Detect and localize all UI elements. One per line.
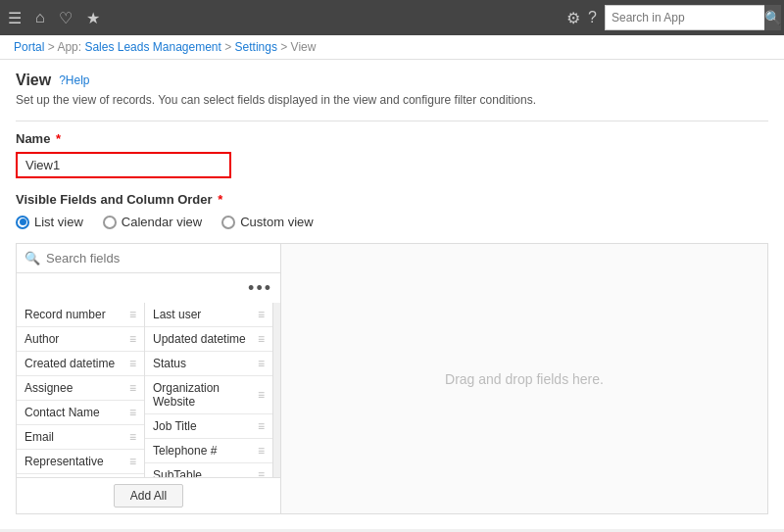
radio-calendar-view-label: Calendar view bbox=[122, 215, 202, 229]
topbar-left-icons: ☰ ⌂ ♡ ★ bbox=[8, 9, 566, 27]
menu-icon[interactable]: ☰ bbox=[8, 9, 22, 27]
list-item[interactable]: Created datetime≡ bbox=[17, 352, 144, 376]
app-search-button[interactable]: 🔍 bbox=[764, 5, 781, 30]
radio-list-view-circle bbox=[16, 216, 29, 229]
star-icon[interactable]: ★ bbox=[86, 9, 100, 27]
topbar: ☰ ⌂ ♡ ★ ⚙ ? 🔍 bbox=[0, 0, 784, 35]
radio-custom-view-circle bbox=[221, 216, 235, 229]
breadcrumb-view: View bbox=[291, 40, 317, 54]
drop-zone-text: Drag and drop fields here. bbox=[445, 371, 604, 387]
breadcrumb-settings[interactable]: Settings bbox=[235, 40, 277, 54]
help-link[interactable]: ?Help bbox=[59, 73, 89, 87]
fields-col-right: Last user≡Updated datetime≡Status≡Organi… bbox=[145, 303, 272, 477]
more-options-button[interactable]: ••• bbox=[248, 279, 272, 297]
radio-calendar-view-circle bbox=[103, 216, 117, 229]
fields-panel: 🔍 ••• Record number≡Author≡Created datet… bbox=[16, 243, 768, 514]
divider-1 bbox=[16, 121, 768, 121]
drop-zone[interactable]: Drag and drop fields here. bbox=[281, 244, 767, 513]
fields-scroll: Record number≡Author≡Created datetime≡As… bbox=[17, 303, 280, 477]
radio-list-view-label: List view bbox=[34, 215, 83, 229]
bell-icon[interactable]: ♡ bbox=[59, 9, 73, 27]
add-all-row: Add All bbox=[17, 477, 280, 513]
visible-fields-label: Visible Fields and Column Order * bbox=[16, 192, 768, 207]
radio-custom-view-label: Custom view bbox=[240, 215, 313, 229]
main-content: View ?Help Set up the view of records. Y… bbox=[0, 60, 784, 529]
add-all-button[interactable]: Add All bbox=[114, 484, 183, 508]
scrollbar[interactable] bbox=[272, 303, 280, 477]
fields-col-left: Record number≡Author≡Created datetime≡As… bbox=[17, 303, 144, 477]
list-item[interactable]: Author≡ bbox=[17, 327, 144, 352]
list-item[interactable]: Status≡ bbox=[145, 352, 272, 376]
name-input[interactable] bbox=[16, 152, 231, 178]
fields-list-panel: 🔍 ••• Record number≡Author≡Created datet… bbox=[17, 244, 281, 513]
search-fields-input[interactable] bbox=[46, 251, 272, 266]
list-item[interactable]: Organization Website≡ bbox=[145, 376, 272, 414]
breadcrumb-sep2: > bbox=[224, 40, 234, 54]
breadcrumb-app-label: App: bbox=[57, 40, 81, 54]
search-fields-icon: 🔍 bbox=[24, 251, 40, 266]
gear-icon[interactable]: ⚙ bbox=[566, 9, 580, 27]
more-btn-row: ••• bbox=[17, 273, 280, 303]
list-item[interactable]: Updated datetime≡ bbox=[145, 327, 272, 352]
page-title: View bbox=[16, 72, 51, 89]
list-item[interactable]: SubTable≡ bbox=[145, 463, 272, 477]
list-item[interactable]: Telephone #≡ bbox=[145, 439, 272, 463]
name-label: Name * bbox=[16, 131, 768, 146]
list-item[interactable]: Email≡ bbox=[17, 425, 144, 450]
home-icon[interactable]: ⌂ bbox=[35, 9, 45, 26]
list-item[interactable]: Job Title≡ bbox=[145, 414, 272, 439]
list-item[interactable]: Contact Name≡ bbox=[17, 401, 144, 425]
app-search-input[interactable] bbox=[606, 6, 764, 29]
page-title-row: View ?Help bbox=[16, 72, 768, 89]
radio-calendar-view[interactable]: Calendar view bbox=[103, 215, 202, 229]
breadcrumb: Portal > App: Sales Leads Management > S… bbox=[0, 35, 784, 60]
name-required: * bbox=[52, 131, 61, 146]
breadcrumb-sep3: > bbox=[280, 40, 290, 54]
topbar-right: ⚙ ? 🔍 bbox=[566, 5, 776, 30]
breadcrumb-portal[interactable]: Portal bbox=[14, 40, 44, 54]
list-item[interactable]: Record number≡ bbox=[17, 303, 144, 327]
help-icon[interactable]: ? bbox=[588, 9, 597, 26]
breadcrumb-app-name[interactable]: Sales Leads Management bbox=[84, 40, 220, 54]
view-type-radio-group: List view Calendar view Custom view bbox=[16, 215, 768, 229]
page-description: Set up the view of records. You can sele… bbox=[16, 93, 768, 107]
visible-fields-required: * bbox=[215, 192, 223, 207]
radio-custom-view[interactable]: Custom view bbox=[221, 215, 313, 229]
list-item[interactable]: Last user≡ bbox=[145, 303, 272, 327]
app-search-box[interactable]: 🔍 bbox=[605, 5, 776, 30]
radio-list-view[interactable]: List view bbox=[16, 215, 83, 229]
list-item[interactable]: Representative≡ bbox=[17, 450, 144, 474]
search-fields-row: 🔍 bbox=[17, 244, 280, 273]
list-item[interactable]: Assignee≡ bbox=[17, 376, 144, 401]
breadcrumb-sep1: > bbox=[48, 40, 58, 54]
